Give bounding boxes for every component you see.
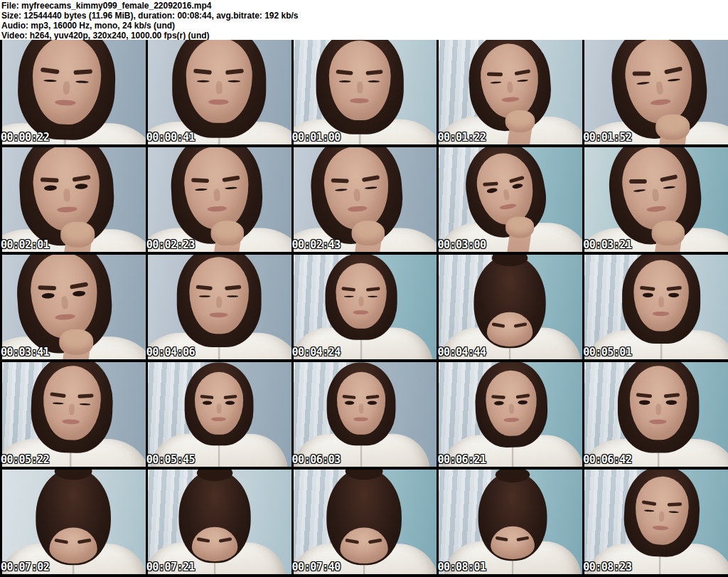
- right-eye: [668, 292, 679, 297]
- left-eyebrow: [496, 536, 508, 541]
- right-eyebrow: [224, 285, 241, 290]
- lips: [650, 419, 667, 424]
- lips: [354, 417, 368, 421]
- right-eyebrow: [225, 68, 244, 75]
- face: [491, 526, 535, 559]
- lips: [647, 205, 667, 213]
- file-info-line: File: myfreecams_kimmy099_female_2209201…: [1, 1, 728, 11]
- timestamp-overlay: 00:07:21: [146, 561, 195, 573]
- right-eyebrow: [69, 282, 88, 289]
- left-eye: [633, 189, 646, 193]
- nose: [359, 297, 363, 307]
- thumbnail-cell: 00:07:40: [291, 470, 437, 577]
- right-eye: [663, 186, 675, 189]
- right-eyebrow: [366, 287, 380, 292]
- left-eye: [639, 400, 650, 405]
- face: [337, 372, 385, 435]
- nose: [354, 189, 360, 201]
- right-eyebrow: [77, 539, 91, 544]
- timestamp-overlay: 00:01:52: [583, 131, 631, 144]
- audio-info-line: Audio: mp3, 16000 Hz, mono, 24 kb/s (und…: [1, 21, 728, 31]
- nose: [656, 81, 663, 95]
- metadata-header: File: myfreecams_kimmy099_female_2209201…: [0, 0, 728, 40]
- thumbnail-cell: 00:01:52: [582, 40, 728, 147]
- thumbnail-cell: 00:03:21: [582, 147, 728, 255]
- right-eyebrow: [514, 69, 530, 75]
- thumbnail-cell: 00:03:41: [0, 255, 146, 362]
- left-eyebrow: [487, 72, 503, 76]
- right-eyebrow: [664, 66, 683, 74]
- thumbnail-grid: 00:00:22 00:00:: [0, 40, 728, 577]
- right-eyebrow: [368, 539, 382, 544]
- timestamp-overlay: 00:07:40: [292, 561, 341, 573]
- thumbnail-cell: 00:07:02: [0, 470, 146, 577]
- thumbnail-cell: 00:06:42: [582, 362, 728, 470]
- lips: [62, 419, 79, 425]
- left-eyebrow: [343, 394, 356, 398]
- left-eye: [345, 401, 354, 405]
- thumbnail-cell: 00:03:00: [437, 147, 582, 255]
- right-eye: [365, 186, 378, 189]
- left-eye: [491, 81, 501, 84]
- right-eyebrow: [663, 393, 680, 398]
- timestamp-overlay: 00:05:01: [583, 346, 631, 359]
- timestamp-overlay: 00:05:22: [1, 453, 49, 466]
- thumbnail-cell: 00:05:45: [146, 362, 291, 470]
- right-eye: [518, 400, 528, 404]
- nose: [63, 189, 70, 201]
- lips: [653, 525, 669, 531]
- left-eyebrow: [633, 71, 651, 75]
- left-eyebrow: [346, 539, 359, 544]
- right-eye: [669, 511, 679, 513]
- hand: [651, 221, 684, 245]
- right-eye: [225, 186, 237, 189]
- timestamp-overlay: 00:08:23: [583, 561, 631, 573]
- left-eyebrow: [200, 394, 213, 398]
- hand: [58, 329, 92, 355]
- right-eyebrow: [660, 174, 678, 181]
- nose: [215, 81, 221, 94]
- timestamp-overlay: 00:01:00: [292, 131, 341, 144]
- left-eye: [43, 80, 56, 83]
- timestamp-overlay: 00:03:00: [437, 238, 486, 251]
- right-eyebrow: [223, 394, 237, 398]
- left-eye: [53, 402, 63, 404]
- left-eye: [199, 295, 210, 297]
- left-eyebrow: [41, 67, 60, 74]
- left-eyebrow: [342, 287, 356, 292]
- face: [340, 528, 387, 563]
- face: [49, 528, 97, 563]
- right-eyebrow: [666, 285, 682, 290]
- right-eye: [225, 401, 235, 405]
- lips: [208, 99, 228, 105]
- hand: [505, 216, 534, 238]
- timestamp-overlay: 00:04:06: [146, 346, 195, 359]
- right-eyebrow: [77, 393, 94, 398]
- lips: [350, 98, 369, 104]
- nose: [507, 81, 513, 92]
- hand: [505, 110, 535, 132]
- timestamp-overlay: 00:02:01: [1, 238, 49, 251]
- left-eye: [344, 296, 354, 297]
- lips: [207, 206, 226, 213]
- face: [194, 372, 242, 435]
- nose: [509, 403, 514, 413]
- nose: [213, 189, 220, 201]
- right-eyebrow: [222, 175, 240, 182]
- timestamp-overlay: 00:06:42: [583, 453, 631, 466]
- timestamp-overlay: 00:00:22: [1, 131, 49, 144]
- left-eyebrow: [41, 177, 59, 182]
- right-eye: [228, 80, 240, 83]
- right-eyebrow: [517, 536, 530, 541]
- left-eyebrow: [491, 395, 505, 399]
- left-eye: [643, 292, 653, 297]
- right-eye: [80, 403, 90, 406]
- face: [487, 312, 532, 346]
- left-eye: [494, 401, 504, 405]
- video-info-line: Video: h264, yuv420p, 320x240, 1000.00 f…: [1, 31, 728, 40]
- left-eyebrow: [196, 285, 213, 290]
- right-eye: [368, 80, 380, 83]
- nose: [63, 81, 69, 95]
- right-eye: [518, 80, 528, 83]
- timestamp-overlay: 00:06:03: [292, 453, 341, 466]
